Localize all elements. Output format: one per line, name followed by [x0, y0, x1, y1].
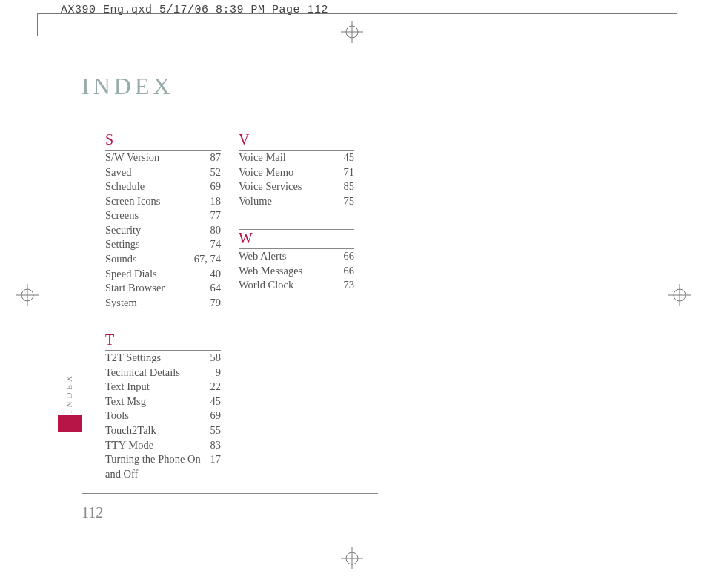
index-term: Voice Services — [239, 179, 344, 194]
index-entry: Saved52 — [105, 165, 221, 180]
index-entry: Security80 — [105, 223, 221, 238]
index-entry: Speed Dials40 — [105, 267, 221, 282]
page-title: INDEX — [82, 73, 174, 100]
index-entry: Screen Icons18 — [105, 194, 221, 209]
index-page: 22 — [210, 380, 222, 394]
index-page: 55 — [210, 423, 222, 438]
index-entry: Screens77 — [105, 208, 221, 223]
registration-mark-icon — [341, 547, 363, 569]
registration-mark-icon — [16, 284, 39, 306]
index-page: 52 — [210, 165, 222, 180]
index-page: 85 — [344, 179, 355, 194]
page-body: INDEX INDEX S S/W Version87 Saved52 Sche… — [59, 36, 667, 525]
index-entry: Start Browser64 — [105, 281, 221, 296]
index-entry: Web Alerts66 — [239, 249, 354, 264]
index-page: 79 — [210, 296, 222, 311]
registration-mark-icon — [668, 284, 691, 306]
index-term: Text Msg — [105, 394, 210, 409]
index-entry: Tools69 — [105, 409, 221, 423]
index-term: Security — [105, 223, 210, 238]
index-term: Text Input — [105, 380, 210, 394]
index-page: 9 — [216, 366, 221, 380]
footer-rule — [82, 493, 378, 494]
index-term: Tools — [105, 409, 210, 423]
index-entry: Sounds67, 74 — [105, 252, 221, 267]
index-page: 87 — [210, 151, 222, 165]
index-term: Volume — [239, 194, 344, 209]
index-term: Screens — [105, 208, 210, 223]
index-section-v: V Voice Mail45 Voice Memo71 Voice Servic… — [239, 131, 354, 208]
index-term: Web Messages — [239, 264, 344, 279]
index-entry: Text Msg45 — [105, 394, 221, 409]
index-term: T2T Settings — [105, 351, 210, 366]
index-entry: T2T Settings58 — [105, 351, 221, 366]
index-section-s: S S/W Version87 Saved52 Schedule69 Scree… — [105, 131, 221, 310]
index-term: Schedule — [105, 179, 210, 194]
index-entry: Turning the Phone On and Off17 — [105, 452, 221, 481]
index-page: 18 — [210, 194, 222, 209]
index-page: 66 — [344, 249, 355, 264]
side-color-block — [58, 415, 82, 432]
index-entry: Web Messages66 — [239, 264, 354, 279]
index-term: Touch2Talk — [105, 423, 210, 438]
index-term: Web Alerts — [239, 249, 344, 264]
page-number: 112 — [82, 504, 103, 521]
index-columns: S S/W Version87 Saved52 Schedule69 Scree… — [105, 131, 354, 502]
index-page: 40 — [210, 267, 222, 282]
index-section-t: T T2T Settings58 Technical Details9 Text… — [105, 331, 221, 481]
section-letter: S — [105, 131, 221, 151]
index-term: Technical Details — [105, 366, 216, 380]
index-entry: World Clock73 — [239, 278, 354, 293]
index-term: Saved — [105, 165, 210, 180]
index-page: 45 — [344, 151, 355, 165]
index-page: 77 — [210, 208, 222, 223]
section-letter: V — [239, 131, 354, 151]
index-column-2: V Voice Mail45 Voice Memo71 Voice Servic… — [239, 131, 354, 502]
index-section-w: W Web Alerts66 Web Messages66 World Cloc… — [239, 229, 354, 293]
index-page: 71 — [344, 165, 355, 180]
index-term: World Clock — [239, 278, 344, 293]
index-page: 69 — [210, 179, 222, 194]
index-page: 75 — [344, 194, 355, 209]
index-entry: Voice Mail45 — [239, 151, 354, 165]
index-page: 69 — [210, 409, 222, 423]
index-term: Voice Memo — [239, 165, 344, 180]
crop-header-text: AX390_Eng.qxd 5/17/06 8:39 PM Page 112 — [61, 4, 328, 16]
index-column-1: S S/W Version87 Saved52 Schedule69 Scree… — [105, 131, 221, 502]
index-term: Sounds — [105, 252, 194, 267]
index-entry: Schedule69 — [105, 179, 221, 194]
index-page: 17 — [210, 452, 222, 481]
index-page: 66 — [344, 264, 355, 279]
index-page: 58 — [210, 351, 222, 366]
index-entry: Touch2Talk55 — [105, 423, 221, 438]
index-term: TTY Mode — [105, 438, 210, 453]
index-entry: Settings74 — [105, 237, 221, 252]
index-page: 45 — [210, 394, 222, 409]
index-page: 80 — [210, 223, 222, 238]
index-page: 64 — [210, 281, 222, 296]
index-entry: Voice Memo71 — [239, 165, 354, 180]
header-rule — [59, 13, 677, 14]
index-page: 83 — [210, 438, 222, 453]
index-term: Speed Dials — [105, 267, 210, 282]
index-term: Voice Mail — [239, 151, 344, 165]
index-entry: Technical Details9 — [105, 366, 221, 380]
index-page: 74 — [210, 237, 222, 252]
section-letter: T — [105, 331, 221, 351]
index-entry: S/W Version87 — [105, 151, 221, 165]
index-term: S/W Version — [105, 151, 210, 165]
index-term: Screen Icons — [105, 194, 210, 209]
index-entry: TTY Mode83 — [105, 438, 221, 453]
index-term: Settings — [105, 237, 210, 252]
index-page: 73 — [344, 278, 355, 293]
index-term: Turning the Phone On and Off — [105, 452, 210, 481]
index-page: 67, 74 — [194, 252, 221, 267]
index-entry: Volume75 — [239, 194, 354, 209]
section-letter: W — [239, 229, 354, 249]
index-entry: Voice Services85 — [239, 179, 354, 194]
index-term: System — [105, 296, 210, 311]
index-term: Start Browser — [105, 281, 210, 296]
side-label: INDEX — [64, 373, 73, 413]
index-entry: System79 — [105, 296, 221, 311]
side-tab: INDEX — [63, 373, 76, 413]
